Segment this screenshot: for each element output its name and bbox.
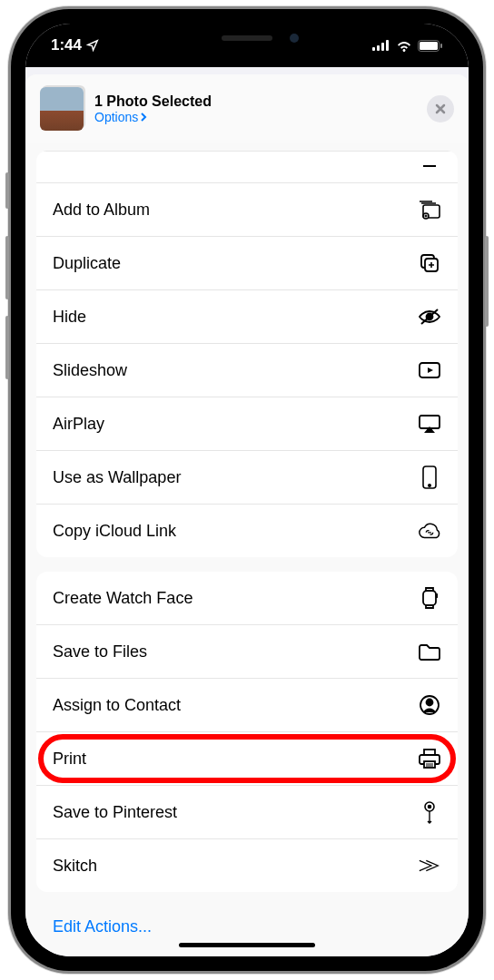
action-partial-row[interactable]: [36, 151, 458, 182]
close-icon: [435, 103, 446, 114]
status-time: 1:44: [51, 36, 82, 54]
files-icon: [418, 640, 441, 663]
photo-thumbnail[interactable]: [40, 87, 84, 131]
svg-rect-3: [386, 40, 389, 51]
svg-rect-0: [372, 47, 375, 51]
svg-rect-16: [423, 591, 436, 605]
wifi-icon: [396, 40, 412, 52]
location-arrow-icon: [86, 39, 99, 52]
svg-point-15: [429, 485, 430, 486]
hide-action[interactable]: Hide: [36, 289, 458, 343]
skitch-icon: [418, 854, 441, 877]
assign-to-contact-action[interactable]: Assign to Contact: [36, 678, 458, 731]
home-indicator[interactable]: [179, 943, 315, 947]
svg-rect-6: [440, 44, 442, 48]
action-group-2: Create Watch Face Save to Files Assign t…: [36, 572, 458, 892]
print-action[interactable]: Print: [36, 731, 458, 785]
add-album-icon: [418, 198, 441, 221]
action-group-1: Add to Album Duplicate Hide: [36, 151, 458, 557]
svg-rect-1: [377, 45, 380, 51]
save-to-files-action[interactable]: Save to Files: [36, 624, 458, 678]
duplicate-icon: [418, 251, 441, 275]
wallpaper-icon: [418, 466, 441, 489]
chevron-right-icon: [140, 113, 147, 122]
unknown-icon: [418, 155, 441, 179]
selection-title: 1 Photo Selected: [94, 93, 427, 110]
add-to-album-action[interactable]: Add to Album: [36, 182, 458, 236]
svg-rect-21: [424, 750, 435, 755]
watch-icon: [418, 586, 441, 610]
slideshow-icon: [418, 358, 441, 382]
phone-frame: 1:44 1 Photo Selected Options: [11, 9, 483, 971]
battery-icon: [418, 40, 443, 52]
actions-list[interactable]: Add to Album Duplicate Hide: [25, 143, 469, 956]
notch: [152, 24, 342, 53]
svg-rect-17: [437, 594, 439, 597]
screen: 1:44 1 Photo Selected Options: [25, 24, 469, 956]
airplay-action[interactable]: AirPlay: [36, 397, 458, 450]
copy-icloud-link-action[interactable]: Copy iCloud Link: [36, 504, 458, 557]
use-as-wallpaper-action[interactable]: Use as Wallpaper: [36, 450, 458, 504]
contact-icon: [418, 693, 441, 717]
svg-rect-2: [381, 43, 384, 51]
svg-point-19: [427, 700, 433, 706]
icloud-link-icon: [418, 519, 441, 543]
slideshow-action[interactable]: Slideshow: [36, 343, 458, 397]
options-button[interactable]: Options: [94, 110, 427, 124]
pinterest-icon: [418, 800, 441, 824]
sheet-header: 1 Photo Selected Options: [25, 74, 469, 143]
print-icon: [418, 747, 441, 770]
airplay-icon: [418, 412, 441, 436]
svg-rect-13: [420, 416, 440, 428]
highlight-ring: [38, 734, 456, 783]
svg-point-24: [429, 806, 431, 808]
create-watch-face-action[interactable]: Create Watch Face: [36, 572, 458, 624]
duplicate-action[interactable]: Duplicate: [36, 236, 458, 289]
edit-actions-button[interactable]: Edit Actions...: [36, 906, 458, 947]
hide-icon: [418, 305, 441, 328]
skitch-action[interactable]: Skitch: [36, 838, 458, 892]
close-button[interactable]: [427, 95, 454, 122]
svg-rect-5: [420, 42, 438, 50]
share-sheet: 1 Photo Selected Options: [25, 74, 469, 956]
save-to-pinterest-action[interactable]: Save to Pinterest: [36, 785, 458, 838]
cell-signal-icon: [372, 40, 390, 51]
